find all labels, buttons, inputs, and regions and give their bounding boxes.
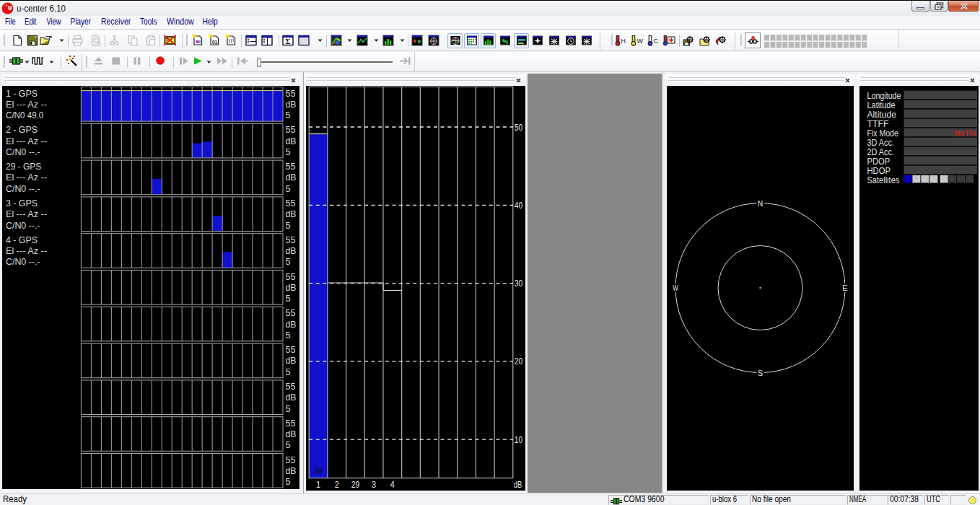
svg-text:C/N0 49.0: C/N0 49.0 [6,110,43,120]
svg-text:2 - GPS: 2 - GPS [6,124,38,135]
svg-text:29 - GPS: 29 - GPS [6,161,41,172]
svg-text:2D Acc.: 2D Acc. [867,147,894,157]
svg-text:No Fix: No Fix [954,128,976,139]
svg-text:4: 4 [390,480,395,490]
svg-text:TTFF: TTFF [867,119,888,129]
svg-text:5: 5 [286,220,291,231]
svg-text:3: 3 [372,480,376,490]
svg-text:40: 40 [515,201,523,211]
svg-text:dB: dB [286,136,297,146]
svg-text:1 - GPS: 1 - GPS [6,88,38,99]
svg-text:55: 55 [286,454,296,465]
svg-text:5: 5 [286,146,291,157]
svg-text:C/N0 --.-: C/N0 --.- [6,183,40,194]
svg-text:55: 55 [286,88,296,99]
svg-text:5: 5 [286,403,291,414]
svg-text:N: N [758,199,764,208]
svg-text:55: 55 [286,161,296,172]
svg-text:dB: dB [286,319,297,330]
svg-text:dB: dB [286,172,297,183]
svg-text:El --- Az --: El --- Az -- [6,172,47,183]
svg-text:dB: dB [286,429,297,439]
svg-text:W: W [673,284,678,292]
svg-text:50: 50 [515,123,523,133]
svg-text:55: 55 [286,381,296,392]
svg-text:H: H [621,38,626,45]
svg-text:30: 30 [515,278,523,289]
svg-text:55: 55 [286,307,296,318]
svg-text:El --- Az --: El --- Az -- [6,136,47,146]
svg-text:01: 01 [212,40,218,45]
svg-text:3D Acc.: 3D Acc. [867,138,894,148]
svg-text:Σ: Σ [286,38,291,45]
svg-text:55: 55 [286,271,296,282]
svg-text:Longitude: Longitude [867,91,901,101]
svg-text:dB: dB [286,245,297,256]
svg-text:C/N0 --.-: C/N0 --.- [6,146,40,157]
svg-text:S: S [758,369,764,377]
svg-text:5: 5 [286,256,291,267]
svg-text:W: W [637,38,644,45]
svg-text:5: 5 [286,476,291,487]
svg-text:55: 55 [286,418,296,429]
svg-text:dB: dB [514,480,522,490]
svg-text:10: 10 [515,435,523,445]
svg-text:Fix Mode: Fix Mode [867,128,898,139]
svg-text:49: 49 [314,466,323,476]
svg-text:E: E [842,284,848,292]
svg-text:5: 5 [286,110,291,120]
svg-text:dB: dB [286,392,297,403]
svg-text:5: 5 [286,366,291,377]
svg-text:29: 29 [351,480,360,490]
svg-text:3 - GPS: 3 - GPS [6,198,38,208]
svg-text:dB: dB [286,99,297,110]
svg-text:55: 55 [286,124,296,135]
svg-text:dB: dB [286,465,297,476]
svg-text:El --- Az --: El --- Az -- [6,245,47,256]
svg-text:Altitude: Altitude [867,110,896,120]
svg-text:C/N0 --.-: C/N0 --.- [6,220,40,231]
svg-text:4 - GPS: 4 - GPS [6,234,38,245]
svg-text:1: 1 [316,480,320,490]
svg-text:55: 55 [286,198,296,208]
svg-text:HDOP: HDOP [867,166,891,176]
svg-text:Latitude: Latitude [867,100,895,110]
svg-text:El --- Az --: El --- Az -- [6,208,47,219]
svg-text:5: 5 [286,293,291,304]
svg-text:dB: dB [286,282,297,293]
svg-text:El --- Az --: El --- Az -- [6,99,47,110]
svg-text:C/N0 --.-: C/N0 --.- [6,256,40,267]
svg-text:PDOP: PDOP [867,157,890,167]
svg-text:dB: dB [286,208,297,219]
svg-text:C: C [654,38,659,45]
svg-text:dB: dB [286,355,297,366]
svg-text:55: 55 [286,344,296,355]
svg-text:5: 5 [286,183,291,194]
svg-text:55: 55 [286,234,296,245]
svg-text:Satellites: Satellites [867,175,899,185]
svg-text:2: 2 [335,480,339,490]
svg-text:5: 5 [286,330,291,341]
svg-text:20: 20 [515,356,523,366]
svg-text:5: 5 [286,439,291,450]
